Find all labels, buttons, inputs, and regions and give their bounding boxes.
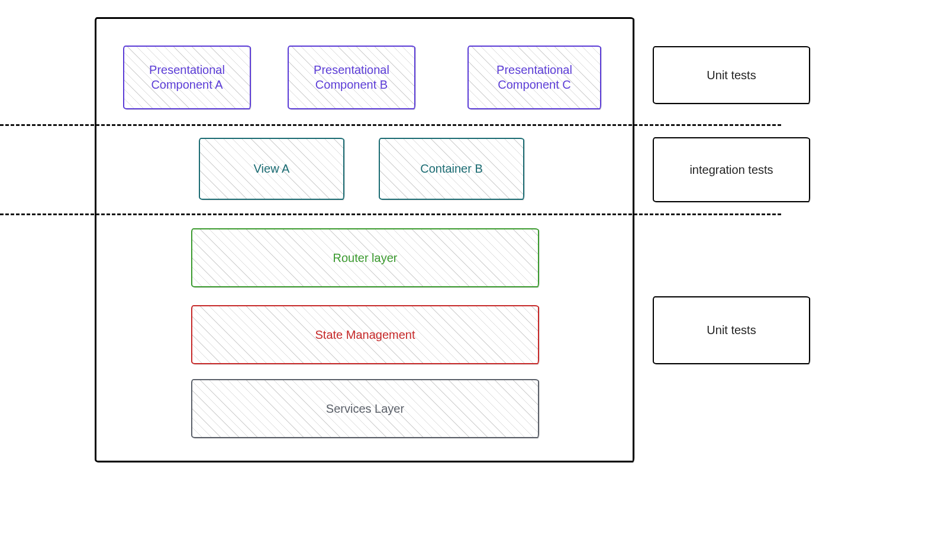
presentational-component-b: Presentational Component B: [288, 46, 415, 109]
state-management-label: State Management: [192, 306, 538, 363]
router-layer: Router layer: [191, 228, 539, 287]
divider-top: [0, 124, 781, 126]
container-b: Container B: [379, 138, 524, 200]
divider-bottom: [0, 213, 781, 215]
services-layer: Services Layer: [191, 379, 539, 438]
diagram-stage: Presentational Component A Presentationa…: [0, 0, 948, 560]
presentational-component-c-label: Presentational Component C: [469, 47, 600, 108]
view-a: View A: [199, 138, 344, 200]
presentational-component-a: Presentational Component A: [123, 46, 251, 109]
view-a-label: View A: [200, 139, 343, 199]
presentational-component-c: Presentational Component C: [467, 46, 601, 109]
state-management-layer: State Management: [191, 305, 539, 364]
presentational-component-a-label: Presentational Component A: [124, 47, 250, 108]
test-annotation-middle-label: integration tests: [654, 138, 809, 201]
test-annotation-top-label: Unit tests: [654, 47, 809, 103]
services-layer-label: Services Layer: [192, 380, 538, 437]
test-annotation-bottom-label: Unit tests: [654, 297, 809, 363]
router-layer-label: Router layer: [192, 229, 538, 286]
test-annotation-bottom: Unit tests: [653, 296, 810, 364]
test-annotation-top: Unit tests: [653, 46, 810, 104]
test-annotation-middle: integration tests: [653, 137, 810, 202]
container-b-label: Container B: [380, 139, 523, 199]
presentational-component-b-label: Presentational Component B: [289, 47, 414, 108]
